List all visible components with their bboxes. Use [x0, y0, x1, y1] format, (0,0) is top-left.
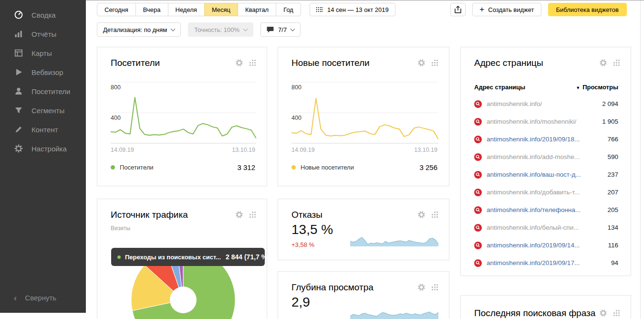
- page-url-link[interactable]: antimoshennik.info/2019/09/17...: [487, 259, 580, 266]
- widget-drag-handle-icon[interactable]: [249, 60, 256, 66]
- widget-settings-gear-icon[interactable]: [235, 211, 243, 219]
- period-toolbar: СегодняВчераНеделяМесяцКварталГод 14 сен…: [97, 3, 627, 16]
- bounce-rate-value: 13,5 %: [291, 222, 333, 237]
- page-url-link[interactable]: antimoshennik.info/добавить-т...: [487, 189, 580, 196]
- table-body: antimoshennik.info/2 094antimoshennik.in…: [474, 95, 618, 272]
- widget-drag-handle-icon[interactable]: [613, 310, 620, 317]
- speedometer-icon: [14, 10, 23, 20]
- sidebar-item-label: Посетители: [31, 87, 70, 96]
- period-button[interactable]: Год: [276, 3, 301, 16]
- widget-drag-handle-icon[interactable]: [432, 212, 438, 218]
- widget-title: Источник трафика: [111, 210, 188, 220]
- column-header-views[interactable]: ▼ Просмотры: [576, 84, 618, 91]
- legend-label: Посетители: [120, 164, 154, 171]
- views-count: 237: [603, 171, 618, 178]
- widget-settings-gear-icon[interactable]: [417, 283, 426, 291]
- visitors-person-icon: [14, 86, 23, 96]
- export-share-button[interactable]: [450, 3, 466, 16]
- sidebar-item-label: Карты: [31, 49, 52, 57]
- page-url-link[interactable]: antimoshennik.info/белый-спи...: [487, 224, 579, 231]
- sidebar-item-visitors-person[interactable]: Посетители: [0, 82, 86, 101]
- site-favicon-magnifier-icon: [474, 136, 482, 143]
- tooltip-dot-icon: [117, 255, 121, 259]
- widget-settings-gear-icon[interactable]: [417, 211, 426, 219]
- page-url-link[interactable]: antimoshennik.info/2019/09/18...: [487, 136, 580, 143]
- widget-subtitle: Визиты: [111, 225, 130, 232]
- views-count: 205: [603, 206, 618, 213]
- legend-item[interactable]: Новые посетители 3 256: [291, 163, 437, 171]
- site-favicon-magnifier-icon: [474, 118, 482, 126]
- period-button[interactable]: Квартал: [238, 3, 276, 16]
- widget-drag-handle-icon[interactable]: [249, 212, 256, 218]
- widget-traffic-source: Источник трафика Визиты Переходы из поис…: [97, 199, 267, 319]
- widget-drag-handle-icon[interactable]: [613, 60, 620, 66]
- widget-settings-gear-icon[interactable]: [599, 59, 607, 67]
- site-favicon-magnifier-icon: [474, 153, 482, 161]
- comment-bubble-icon: [267, 26, 274, 33]
- sidebar-item-content-pencil[interactable]: Контент: [0, 120, 86, 139]
- sidebar-item-maps[interactable]: Карты: [0, 43, 86, 63]
- site-favicon-magnifier-icon: [474, 259, 482, 267]
- date-range-button[interactable]: 14 сен — 13 окт 2019: [310, 3, 395, 16]
- widget-title: Новые посетители: [291, 58, 370, 68]
- widget-library-button[interactable]: Библиотека виджетов: [548, 3, 627, 16]
- widget-drag-handle-icon[interactable]: [432, 284, 438, 291]
- period-button[interactable]: Месяц: [204, 3, 238, 16]
- sidebar-item-label: Настройка: [31, 145, 67, 153]
- sidebar-item-segments-funnel[interactable]: Сегменты: [0, 101, 86, 120]
- tooltip-label: Переходы из поисковых сист...: [125, 254, 221, 261]
- legend-item[interactable]: Посетители 3 312: [111, 163, 255, 171]
- x-axis-labels: 14.09.19 13.10.19: [111, 147, 255, 153]
- vertical-scrollbar[interactable]: [640, 0, 644, 319]
- views-count: 94: [607, 259, 618, 266]
- sidebar-item-settings-gear[interactable]: Настройка: [0, 139, 86, 158]
- page-url-link[interactable]: antimoshennik.info/телефонна...: [487, 206, 581, 213]
- sidebar-item-speedometer[interactable]: Сводка: [0, 5, 86, 24]
- new-visitors-line-chart: [291, 80, 438, 144]
- table-row: antimoshennik.info/добавить-т...207: [474, 183, 618, 201]
- comments-dropdown[interactable]: 7/7: [260, 22, 301, 37]
- page-url-link[interactable]: antimoshennik.info/add-moshe...: [487, 153, 580, 160]
- pie-tooltip: Переходы из поисковых сист... 2 844 (71,…: [111, 248, 265, 266]
- widget-depth: Глубина просмотра 2,9: [278, 271, 449, 319]
- depth-sparkline-chart: [350, 306, 438, 319]
- detail-dropdown[interactable]: Детализация: по дням: [97, 22, 181, 37]
- create-widget-button[interactable]: + Создать виджет: [472, 3, 541, 16]
- page-url-link[interactable]: antimoshennik.info/: [487, 100, 542, 107]
- chevron-down-icon: [291, 26, 295, 31]
- widget-drag-handle-icon[interactable]: [432, 60, 438, 66]
- page-url-link[interactable]: antimoshennik.info/moshenniki/: [487, 118, 576, 125]
- period-button[interactable]: Вчера: [135, 3, 168, 16]
- table-row: antimoshennik.info/белый-спи...134: [474, 219, 618, 236]
- table-row: antimoshennik.info/телефонна...205: [474, 201, 618, 219]
- site-favicon-magnifier-icon: [474, 171, 482, 179]
- table-row: antimoshennik.info/moshenniki/1 905: [474, 113, 618, 130]
- widget-settings-gear-icon[interactable]: [599, 309, 607, 317]
- period-button[interactable]: Неделя: [168, 3, 205, 16]
- precision-dropdown[interactable]: Точность: 100%: [188, 22, 253, 37]
- period-button[interactable]: Сегодня: [97, 3, 136, 16]
- x-axis-labels: 14.09.19 13.10.19: [291, 147, 437, 153]
- page-url-link[interactable]: antimoshennik.info/ваш-пост-д...: [487, 171, 581, 178]
- page-url-link[interactable]: antimoshennik.info/2019/09/14...: [487, 242, 580, 249]
- comments-dropdown-label: 7/7: [278, 26, 287, 33]
- filters-toolbar: Детализация: по дням Точность: 100% 7/7: [97, 22, 301, 37]
- top-divider: [86, 0, 644, 0]
- widget-title: Отказы: [291, 210, 322, 220]
- x-axis-end: 13.10.19: [232, 147, 255, 153]
- bounces-sparkline-chart: [350, 232, 438, 247]
- widget-settings-gear-icon[interactable]: [235, 59, 243, 67]
- sidebar-collapse-button[interactable]: ‹ Свернуть: [14, 293, 56, 302]
- widget-settings-gear-icon[interactable]: [417, 59, 426, 67]
- sidebar-nav: СводкаОтчётыКартыВебвизорПосетителиСегме…: [0, 0, 86, 158]
- table-row: antimoshennik.info/ваш-пост-д...237: [474, 166, 618, 183]
- sidebar-item-bar-chart[interactable]: Отчёты: [0, 24, 86, 43]
- depth-value: 2,9: [291, 295, 310, 310]
- y-axis-tick: 800: [111, 84, 121, 91]
- widget-title: Адрес страницы: [474, 58, 543, 68]
- bounce-rate-delta: +3,58 %: [291, 241, 314, 248]
- column-header-url[interactable]: Адрес страницы: [474, 84, 525, 91]
- legend-dot-icon: [111, 165, 115, 170]
- sidebar-item-webvisor-play[interactable]: Вебвизор: [0, 63, 86, 82]
- y-axis-tick: 400: [291, 115, 301, 121]
